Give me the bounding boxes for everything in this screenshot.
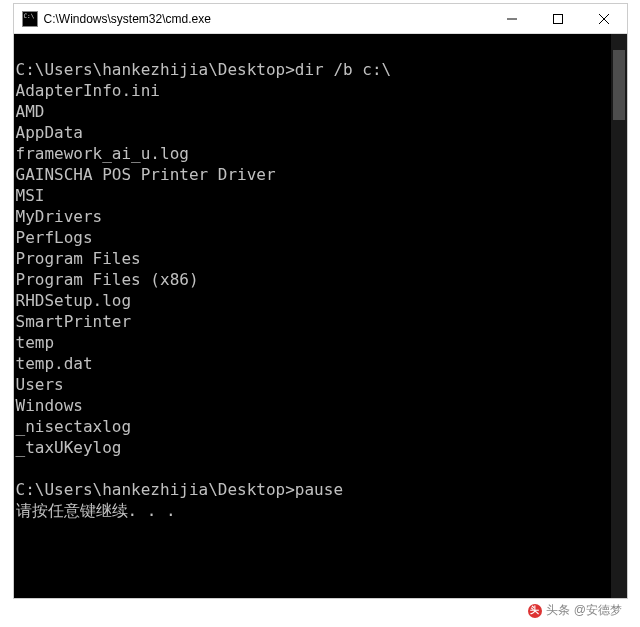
output-line: GAINSCHA POS Printer Driver <box>16 164 611 185</box>
output-line: AdapterInfo.ini <box>16 80 611 101</box>
watermark-author: @安德梦 <box>574 602 622 619</box>
cmd-window: C:\Windows\system32\cmd.exe C:\Users\han… <box>13 3 628 599</box>
scrollbar-thumb[interactable] <box>613 50 625 120</box>
prompt-line <box>16 38 611 59</box>
output-line: AMD <box>16 101 611 122</box>
pause-line: 请按任意键继续. . . <box>16 500 611 521</box>
output-line: Users <box>16 374 611 395</box>
watermark-icon: 头 <box>528 604 542 618</box>
output-line: AppData <box>16 122 611 143</box>
titlebar[interactable]: C:\Windows\system32\cmd.exe <box>14 4 627 34</box>
output-line: Program Files (x86) <box>16 269 611 290</box>
scrollbar-vertical[interactable] <box>611 34 627 598</box>
output-line: temp <box>16 332 611 353</box>
output-line: Windows <box>16 395 611 416</box>
terminal-area: C:\Users\hankezhijia\Desktop>dir /b c:\A… <box>14 34 627 598</box>
blank-line <box>16 458 611 479</box>
output-line: framework_ai_u.log <box>16 143 611 164</box>
output-line: MyDrivers <box>16 206 611 227</box>
close-button[interactable] <box>581 4 627 33</box>
maximize-button[interactable] <box>535 4 581 33</box>
output-line: temp.dat <box>16 353 611 374</box>
minimize-button[interactable] <box>489 4 535 33</box>
output-line: MSI <box>16 185 611 206</box>
cmd-icon <box>22 11 38 27</box>
output-line: Program Files <box>16 248 611 269</box>
watermark-prefix: 头条 <box>546 602 570 619</box>
window-title: C:\Windows\system32\cmd.exe <box>44 12 489 26</box>
output-line: RHDSetup.log <box>16 290 611 311</box>
output-line: _taxUKeylog <box>16 437 611 458</box>
prompt-line: C:\Users\hankezhijia\Desktop>dir /b c:\ <box>16 59 611 80</box>
watermark: 头 头条 @安德梦 <box>528 602 622 619</box>
output-line: SmartPrinter <box>16 311 611 332</box>
prompt-line: C:\Users\hankezhijia\Desktop>pause <box>16 479 611 500</box>
output-line: _nisectaxlog <box>16 416 611 437</box>
output-line: PerfLogs <box>16 227 611 248</box>
window-controls <box>489 4 627 33</box>
terminal-output[interactable]: C:\Users\hankezhijia\Desktop>dir /b c:\A… <box>14 34 611 598</box>
svg-rect-1 <box>553 14 562 23</box>
